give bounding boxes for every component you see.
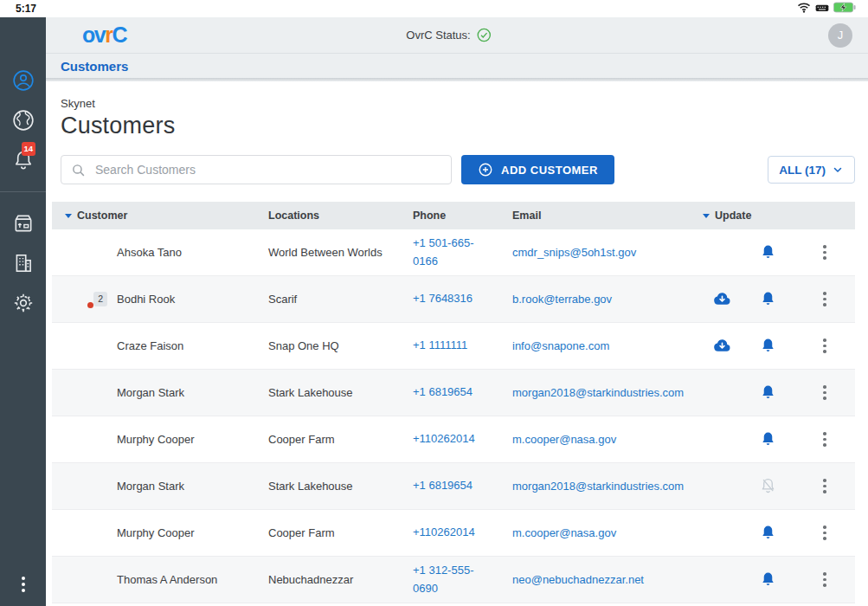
notifications-on-icon[interactable] (760, 337, 776, 355)
column-header-locations: Locations (268, 210, 413, 222)
phone-link[interactable]: +1 6819654 (413, 477, 512, 494)
row-menu-button[interactable] (823, 479, 826, 493)
row-menu-button[interactable] (823, 245, 826, 260)
column-header-email: Email (512, 210, 703, 222)
email-link[interactable]: m.cooper@nasa.gov (512, 433, 703, 446)
table-row[interactable]: Morgan Stark Stark Lakehouse +1 6819654 … (52, 463, 855, 510)
gear-icon (12, 292, 35, 314)
customer-name: Murphy Cooper (117, 433, 268, 446)
row-menu-button[interactable] (823, 572, 826, 587)
sidebar-divider (0, 191, 46, 192)
device-status-bar: 5:17 (0, 0, 868, 17)
navigation-sidebar: 14 (0, 17, 46, 606)
battery-charging-icon (833, 1, 856, 16)
ovrc-status-label: OvrC Status: (406, 29, 470, 42)
chevron-down-icon (832, 164, 844, 176)
table-row[interactable]: Murphy Cooper Cooper Farm +110262014 m.c… (52, 416, 855, 463)
sidebar-item-network[interactable] (12, 109, 35, 132)
customer-location: Cooper Farm (268, 433, 413, 446)
unread-badge: 2 (93, 292, 107, 306)
phone-link[interactable]: +1 7648316 (413, 290, 512, 307)
table-row[interactable]: Thomas A Anderson Nebuchadnezzar +1 312-… (52, 557, 855, 603)
user-circle-icon (12, 69, 35, 92)
sort-arrow-icon (703, 214, 710, 218)
customer-name: Morgan Stark (117, 386, 268, 399)
column-header-phone: Phone (413, 210, 512, 222)
customer-location: Snap One HQ (268, 339, 413, 352)
notification-count-badge: 14 (22, 142, 36, 156)
search-box[interactable] (61, 155, 452, 184)
customer-name: Murphy Cooper (117, 526, 268, 539)
plus-circle-icon (478, 162, 493, 177)
phone-link[interactable]: +1 312-555-0690 (413, 562, 512, 596)
customer-name: Bodhi Rook (117, 293, 268, 306)
email-link[interactable]: cmdr_snips@5oh1st.gov (512, 246, 703, 259)
ovrc-logo[interactable]: ovrC (82, 24, 126, 46)
sort-arrow-icon (65, 214, 72, 218)
phone-link[interactable]: +110262014 (413, 430, 512, 448)
app-header: ovrC OvrC Status: J (46, 17, 868, 54)
customer-location: Cooper Farm (268, 526, 413, 539)
email-link[interactable]: info@snapone.com (512, 339, 703, 352)
table-row[interactable]: Ahsoka Tano World Between Worlds +1 501-… (52, 229, 855, 276)
table-header-row: Customer Locations Phone Email Update (52, 202, 855, 229)
column-header-customer[interactable]: Customer (52, 210, 268, 222)
update-available-icon[interactable] (712, 336, 732, 356)
update-available-icon[interactable] (712, 289, 732, 309)
email-link[interactable]: morgan2018@starkindustries.com (512, 386, 703, 399)
clock-time: 5:17 (16, 3, 36, 15)
sidebar-item-notifications[interactable]: 14 (12, 149, 35, 171)
customer-name: Ahsoka Tano (117, 246, 268, 259)
breadcrumb[interactable]: Customers (61, 59, 128, 74)
row-menu-button[interactable] (823, 385, 826, 400)
column-header-update[interactable]: Update (703, 210, 855, 222)
notifications-on-icon[interactable] (760, 571, 776, 589)
table-row[interactable]: Morgan Stark Stark Lakehouse +1 6819654 … (52, 370, 855, 416)
sidebar-item-settings[interactable] (12, 292, 35, 314)
wifi-icon (797, 1, 811, 16)
customer-name: Craze Faison (117, 339, 268, 352)
notifications-on-icon[interactable] (760, 384, 776, 402)
customer-location: Stark Lakehouse (268, 480, 413, 493)
sidebar-item-products[interactable] (12, 212, 35, 235)
row-menu-button[interactable] (823, 292, 826, 306)
keyboard-icon (815, 1, 829, 16)
notifications-on-icon[interactable] (760, 430, 776, 448)
search-input[interactable] (93, 162, 441, 177)
email-link[interactable]: morgan2018@starkindustries.com (512, 480, 703, 493)
table-row[interactable]: Craze Faison Snap One HQ +1 1111111 info… (52, 323, 855, 370)
customers-table: Customer Locations Phone Email Update Ah… (52, 202, 855, 603)
email-link[interactable]: b.rook@terrabe.gov (512, 293, 703, 306)
customer-name: Thomas A Anderson (117, 573, 268, 586)
package-icon (12, 212, 35, 235)
customer-table-body: Ahsoka Tano World Between Worlds +1 501-… (52, 229, 855, 603)
notifications-on-icon[interactable] (760, 524, 776, 542)
phone-link[interactable]: +1 6819654 (413, 384, 512, 401)
phone-link[interactable]: +110262014 (413, 524, 512, 541)
table-row[interactable]: 2 Bodhi Rook Scarif +1 7648316 b.rook@te… (52, 276, 855, 323)
email-link[interactable]: neo@nebuchadnezzar.net (512, 573, 703, 586)
table-row[interactable]: Murphy Cooper Cooper Farm +110262014 m.c… (52, 510, 855, 557)
breadcrumb-bar: Customers (46, 54, 868, 78)
sidebar-more-menu-button[interactable] (22, 577, 25, 592)
phone-link[interactable]: +1 501-665-0166 (413, 235, 512, 269)
row-menu-button[interactable] (823, 525, 826, 540)
filter-dropdown[interactable]: ALL (17) (768, 156, 855, 184)
notifications-off-icon[interactable] (760, 477, 776, 495)
customer-name: Morgan Stark (117, 480, 268, 493)
sidebar-item-customers[interactable] (12, 69, 35, 92)
company-name-label: Skynet (61, 97, 855, 110)
row-menu-button[interactable] (823, 338, 826, 353)
building-icon (12, 252, 35, 274)
sidebar-item-company[interactable] (12, 252, 35, 274)
notifications-on-icon[interactable] (760, 290, 776, 308)
customer-location: Stark Lakehouse (268, 386, 413, 399)
notifications-on-icon[interactable] (760, 243, 776, 261)
row-menu-button[interactable] (823, 432, 826, 447)
phone-link[interactable]: +1 1111111 (413, 337, 512, 354)
add-customer-button[interactable]: ADD CUSTOMER (461, 155, 614, 184)
email-link[interactable]: m.cooper@nasa.gov (512, 526, 703, 539)
ovrc-status: OvrC Status: (406, 28, 491, 42)
user-avatar[interactable]: J (828, 23, 852, 48)
toolbar: ADD CUSTOMER ALL (17) (61, 155, 855, 184)
